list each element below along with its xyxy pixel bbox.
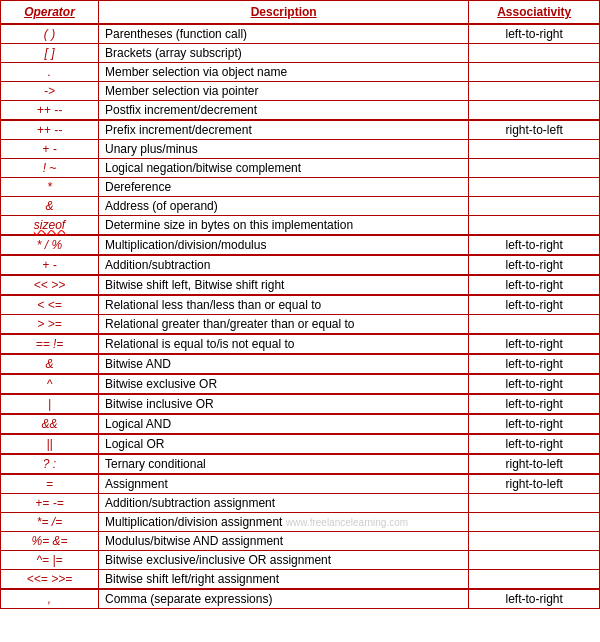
description-cell: Multiplication/division/modulus [99,235,469,255]
associativity-cell: left-to-right [469,275,600,295]
table-row: << >>Bitwise shift left, Bitwise shift r… [1,275,600,295]
operator-cell: = [1,474,99,494]
table-row: += -=Addition/subtraction assignment [1,494,600,513]
description-cell: Addition/subtraction assignment [99,494,469,513]
associativity-cell [469,532,600,551]
table-row: &Address (of operand) [1,197,600,216]
table-row: == !=Relational is equal to/is not equal… [1,334,600,354]
operator-cell: + - [1,140,99,159]
description-cell: Brackets (array subscript) [99,44,469,63]
header-operator: Operator [1,1,99,25]
description-cell: Addition/subtraction [99,255,469,275]
operator-cell: > >= [1,315,99,335]
table-row: .Member selection via object name [1,63,600,82]
table-row: ++ --Postfix increment/decrement [1,101,600,121]
operator-cell: + - [1,255,99,275]
operator-cell: <<= >>= [1,570,99,590]
operator-cell: ++ -- [1,120,99,140]
associativity-cell [469,216,600,236]
operator-cell: && [1,414,99,434]
description-cell: Postfix increment/decrement [99,101,469,121]
table-row: ^= |=Bitwise exclusive/inclusive OR assi… [1,551,600,570]
operator-cell: * [1,178,99,197]
description-cell: Parentheses (function call) [99,24,469,44]
description-cell: Bitwise shift left, Bitwise shift right [99,275,469,295]
operator-cell: . [1,63,99,82]
description-cell: Bitwise inclusive OR [99,394,469,414]
associativity-cell: left-to-right [469,235,600,255]
operator-cell: ++ -- [1,101,99,121]
operator-cell: ( ) [1,24,99,44]
table-row: > >=Relational greater than/greater than… [1,315,600,335]
associativity-cell: left-to-right [469,589,600,609]
table-row: < <=Relational less than/less than or eq… [1,295,600,315]
associativity-cell: left-to-right [469,374,600,394]
operator-precedence-table: Operator Description Associativity ( )Pa… [0,0,600,609]
associativity-cell [469,570,600,590]
table-row: ,Comma (separate expressions)left-to-rig… [1,589,600,609]
description-cell: Ternary conditional [99,454,469,474]
table-row: ! ~Logical negation/bitwise complement [1,159,600,178]
description-cell: Bitwise shift left/right assignment [99,570,469,590]
description-cell: Prefix increment/decrement [99,120,469,140]
operator-cell: ? : [1,454,99,474]
header-description: Description [99,1,469,25]
description-cell: Logical AND [99,414,469,434]
description-cell: Member selection via pointer [99,82,469,101]
table-row: ? :Ternary conditionalright-to-left [1,454,600,474]
table-row: ||Logical ORleft-to-right [1,434,600,454]
associativity-cell [469,101,600,121]
associativity-cell [469,178,600,197]
description-cell: Unary plus/minus [99,140,469,159]
table-row: &Bitwise ANDleft-to-right [1,354,600,374]
associativity-cell: left-to-right [469,334,600,354]
associativity-cell: right-to-left [469,474,600,494]
operator-cell: * / % [1,235,99,255]
operator-cell: ! ~ [1,159,99,178]
operator-cell: & [1,197,99,216]
table-header-row: Operator Description Associativity [1,1,600,25]
description-cell: Bitwise exclusive/inclusive OR assignmen… [99,551,469,570]
description-cell: Address (of operand) [99,197,469,216]
associativity-cell: left-to-right [469,354,600,374]
table-row: ->Member selection via pointer [1,82,600,101]
table-row: =Assignmentright-to-left [1,474,600,494]
table-row: <<= >>=Bitwise shift left/right assignme… [1,570,600,590]
operator-cell: < <= [1,295,99,315]
associativity-cell: left-to-right [469,414,600,434]
operator-cell: -> [1,82,99,101]
description-cell: Bitwise AND [99,354,469,374]
description-cell: Relational greater than/greater than or … [99,315,469,335]
header-associativity: Associativity [469,1,600,25]
description-cell: Relational is equal to/is not equal to [99,334,469,354]
table-row: ^Bitwise exclusive ORleft-to-right [1,374,600,394]
operator-cell: %= &= [1,532,99,551]
description-cell: Logical OR [99,434,469,454]
table-row: *Dereference [1,178,600,197]
description-cell: Member selection via object name [99,63,469,82]
table-row: + -Addition/subtractionleft-to-right [1,255,600,275]
associativity-cell [469,513,600,532]
associativity-cell [469,494,600,513]
associativity-cell [469,82,600,101]
table-row: ( )Parentheses (function call)left-to-ri… [1,24,600,44]
description-cell: Dereference [99,178,469,197]
description-cell: Determine size in bytes on this implemen… [99,216,469,236]
operator-cell: += -= [1,494,99,513]
associativity-cell [469,315,600,335]
table-row: * / %Multiplication/division/modulusleft… [1,235,600,255]
associativity-cell [469,140,600,159]
associativity-cell [469,159,600,178]
operator-cell: sizeof [1,216,99,236]
operator-cell: || [1,434,99,454]
operator-cell: ^= |= [1,551,99,570]
description-cell: Relational less than/less than or equal … [99,295,469,315]
description-cell: Bitwise exclusive OR [99,374,469,394]
table-row: sizeofDetermine size in bytes on this im… [1,216,600,236]
description-cell: Multiplication/division assignment www.f… [99,513,469,532]
description-cell: Assignment [99,474,469,494]
associativity-cell [469,197,600,216]
operator-cell: , [1,589,99,609]
operator-cell: ^ [1,374,99,394]
operator-cell: << >> [1,275,99,295]
